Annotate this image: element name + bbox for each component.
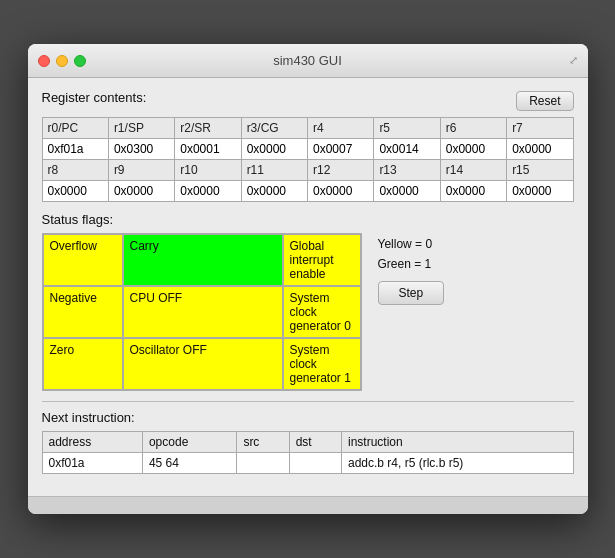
instruction-table: address opcode src dst instruction 0xf01…	[42, 431, 574, 474]
status-flags-label: Status flags:	[42, 212, 574, 227]
expand-icon[interactable]: ⤢	[569, 54, 578, 67]
reg-header-r3cg: r3/CG	[241, 118, 307, 139]
titlebar: sim430 GUI ⤢	[28, 44, 588, 78]
reset-button[interactable]: Reset	[516, 91, 573, 111]
reg-val-r11: 0x0000	[241, 181, 307, 202]
reg-header-r1sp: r1/SP	[108, 118, 174, 139]
flag-global-interrupt: Global interrupt enable	[283, 234, 361, 286]
reg-header-r6: r6	[440, 118, 506, 139]
window-title: sim430 GUI	[273, 53, 342, 68]
reg-header-r7: r7	[507, 118, 573, 139]
reg-val-r14: 0x0000	[440, 181, 506, 202]
instr-dst	[289, 453, 341, 474]
instr-header-dst: dst	[289, 432, 341, 453]
table-row: 0xf01a 0x0300 0x0001 0x0000 0x0007 0x001…	[42, 139, 573, 160]
reg-header-r11: r11	[241, 160, 307, 181]
traffic-lights	[38, 55, 86, 67]
reg-val-r5: 0x0014	[374, 139, 440, 160]
reg-header-r8: r8	[42, 160, 108, 181]
reg-val-r3: 0x0000	[241, 139, 307, 160]
reg-val-r15: 0x0000	[507, 181, 573, 202]
instr-header-src: src	[237, 432, 289, 453]
reg-val-r12: 0x0000	[308, 181, 374, 202]
yellow-legend: Yellow = 0	[378, 237, 445, 251]
divider	[42, 401, 574, 402]
content-area: Register contents: Reset r0/PC r1/SP r2/…	[28, 78, 588, 486]
reg-header-r4: r4	[308, 118, 374, 139]
reg-header-r0pc: r0/PC	[42, 118, 108, 139]
reg-val-r13: 0x0000	[374, 181, 440, 202]
reg-header-r12: r12	[308, 160, 374, 181]
reg-val-r9: 0x0000	[108, 181, 174, 202]
status-flags-row: Overflow Carry Global interrupt enable N…	[42, 233, 574, 391]
flag-zero: Zero	[43, 338, 123, 390]
registers-table: r0/PC r1/SP r2/SR r3/CG r4 r5 r6 r7 0xf0…	[42, 117, 574, 202]
instr-instruction: addc.b r4, r5 (rlc.b r5)	[341, 453, 573, 474]
table-row: 0x0000 0x0000 0x0000 0x0000 0x0000 0x000…	[42, 181, 573, 202]
green-legend: Green = 1	[378, 257, 445, 271]
reg-header-r14: r14	[440, 160, 506, 181]
bottom-bar	[28, 496, 588, 514]
instr-header-opcode: opcode	[142, 432, 236, 453]
reg-val-r2: 0x0001	[175, 139, 241, 160]
status-flags-grid: Overflow Carry Global interrupt enable N…	[42, 233, 362, 391]
reg-header-r5: r5	[374, 118, 440, 139]
flag-osc-off: Oscillator OFF	[123, 338, 283, 390]
reg-header-r15: r15	[507, 160, 573, 181]
reg-val-r10: 0x0000	[175, 181, 241, 202]
table-row: r8 r9 r10 r11 r12 r13 r14 r15	[42, 160, 573, 181]
close-button[interactable]	[38, 55, 50, 67]
reg-header-r2sr: r2/SR	[175, 118, 241, 139]
instr-address: 0xf01a	[42, 453, 142, 474]
flag-cpu-off: CPU OFF	[123, 286, 283, 338]
main-window: sim430 GUI ⤢ Register contents: Reset r0…	[28, 44, 588, 514]
table-row: address opcode src dst instruction	[42, 432, 573, 453]
instr-opcode: 45 64	[142, 453, 236, 474]
minimize-button[interactable]	[56, 55, 68, 67]
reg-header-r13: r13	[374, 160, 440, 181]
next-instruction-label: Next instruction:	[42, 410, 574, 425]
instr-header-instruction: instruction	[341, 432, 573, 453]
step-button[interactable]: Step	[378, 281, 445, 305]
flag-carry: Carry	[123, 234, 283, 286]
legend-area: Yellow = 0 Green = 1 Step	[378, 233, 445, 305]
reg-header-r10: r10	[175, 160, 241, 181]
instr-src	[237, 453, 289, 474]
flag-negative: Negative	[43, 286, 123, 338]
reg-val-r0: 0xf01a	[42, 139, 108, 160]
flag-overflow: Overflow	[43, 234, 123, 286]
maximize-button[interactable]	[74, 55, 86, 67]
register-contents-label: Register contents:	[42, 90, 147, 105]
flag-sysclk1: System clock generator 1	[283, 338, 361, 390]
table-row: r0/PC r1/SP r2/SR r3/CG r4 r5 r6 r7	[42, 118, 573, 139]
flag-sysclk0: System clock generator 0	[283, 286, 361, 338]
register-header-row: Register contents: Reset	[42, 90, 574, 111]
table-row: 0xf01a 45 64 addc.b r4, r5 (rlc.b r5)	[42, 453, 573, 474]
reg-val-r4: 0x0007	[308, 139, 374, 160]
reg-header-r9: r9	[108, 160, 174, 181]
instr-header-address: address	[42, 432, 142, 453]
reg-val-r8: 0x0000	[42, 181, 108, 202]
reg-val-r6: 0x0000	[440, 139, 506, 160]
reg-val-r1: 0x0300	[108, 139, 174, 160]
reg-val-r7: 0x0000	[507, 139, 573, 160]
